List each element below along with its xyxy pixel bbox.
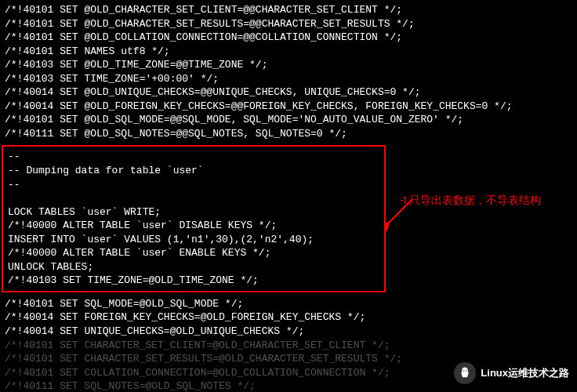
code-line: --: [8, 178, 379, 192]
watermark-label: Linux运维技术之路: [481, 366, 569, 380]
code-line: /*!40101 SET CHARACTER_SET_CLIENT=@OLD_C…: [5, 339, 572, 353]
code-line: UNLOCK TABLES;: [8, 260, 379, 274]
code-line: -- Dumping data for table `user`: [8, 164, 379, 178]
sql-dump-highlight: ---- Dumping data for table `user`-- LOC…: [2, 145, 386, 292]
watermark: Linux运维技术之路: [454, 362, 569, 384]
code-line: /*!40101 SET @OLD_SQL_MODE=@@SQL_MODE, S…: [5, 113, 572, 127]
code-line: /*!40101 SET @OLD_CHARACTER_SET_RESULTS=…: [5, 17, 572, 31]
code-line: /*!40103 SET @OLD_TIME_ZONE=@@TIME_ZONE …: [5, 58, 572, 72]
code-line: /*!40103 SET TIME_ZONE='+00:00' */;: [5, 72, 572, 86]
code-line: /*!40101 SET SQL_MODE=@OLD_SQL_MODE */;: [5, 297, 572, 311]
code-line: /*!40101 SET NAMES utf8 */;: [5, 45, 572, 59]
sql-header-block: /*!40101 SET @OLD_CHARACTER_SET_CLIENT=@…: [5, 3, 572, 140]
code-line: --: [8, 150, 379, 164]
code-line: /*!40014 SET UNIQUE_CHECKS=@OLD_UNIQUE_C…: [5, 325, 572, 339]
code-line: /*!40111 SET @OLD_SQL_NOTES=@@SQL_NOTES,…: [5, 127, 572, 141]
code-line: /*!40000 ALTER TABLE `user` DISABLE KEYS…: [8, 219, 379, 233]
code-line: /*!40014 SET FOREIGN_KEY_CHECKS=@OLD_FOR…: [5, 310, 572, 325]
code-line: LOCK TABLES `user` WRITE;: [8, 205, 379, 220]
code-line: /*!40000 ALTER TABLE `user` ENABLE KEYS …: [8, 246, 379, 260]
penguin-icon: [454, 362, 476, 384]
code-line: [8, 191, 379, 205]
code-line: /*!40101 SET @OLD_CHARACTER_SET_CLIENT=@…: [5, 3, 572, 17]
annotation-text: -t 只导出表数据，不导表结构: [400, 192, 564, 209]
code-line: /*!40014 SET @OLD_FOREIGN_KEY_CHECKS=@@F…: [5, 100, 572, 114]
code-line: /*!40014 SET @OLD_UNIQUE_CHECKS=@@UNIQUE…: [5, 85, 572, 100]
code-line: INSERT INTO `user` VALUES (1,'n1',30),(2…: [8, 233, 379, 247]
code-line: /*!40101 SET @OLD_COLLATION_CONNECTION=@…: [5, 31, 572, 45]
code-line: /*!40103 SET TIME_ZONE=@OLD_TIME_ZONE */…: [8, 274, 379, 288]
